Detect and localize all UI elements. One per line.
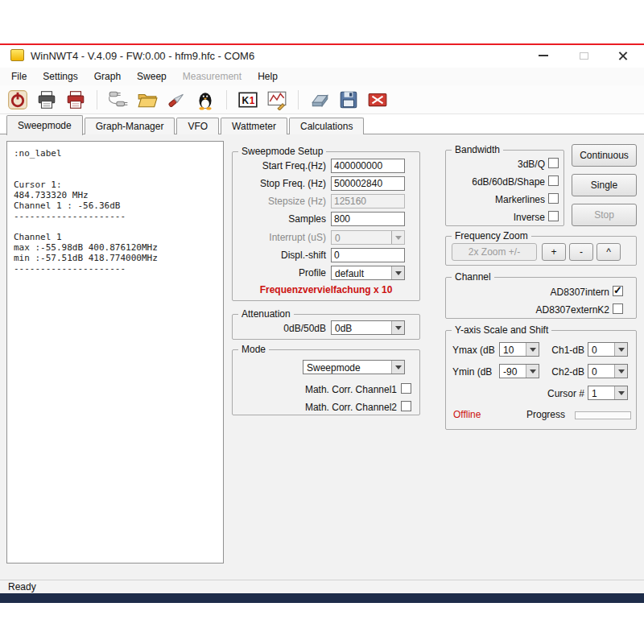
y-axis-group: Y-axis Scale and Shift Ymax (dB 10 Ch1-d…: [445, 330, 637, 430]
status-bar: Ready: [0, 580, 644, 593]
continuous-button[interactable]: Continuous: [572, 144, 637, 167]
group-title: Channel: [452, 271, 494, 283]
mode-group: Mode Sweepmode Math. Corr. Channel1 Math…: [232, 349, 420, 415]
menu-settings[interactable]: Settings: [35, 68, 85, 85]
power-icon[interactable]: [5, 88, 31, 112]
delete-box-icon[interactable]: [365, 88, 390, 112]
chevron-down-icon: [614, 386, 627, 399]
zoom-minus-button[interactable]: -: [569, 243, 593, 261]
taskbar-strip: [0, 593, 644, 603]
ad8307-intern-label: AD8307intern: [446, 287, 609, 298]
single-button[interactable]: Single: [572, 174, 637, 196]
ad8307-intern-checkbox[interactable]: [613, 286, 623, 296]
chevron-down-icon: [391, 321, 404, 334]
ymin-select[interactable]: -90: [499, 364, 539, 378]
readout-line: [14, 169, 217, 180]
bandwidth-group: Bandwidth 3dB/Q 6dB/60dB/Shape Markerlin…: [445, 150, 564, 226]
chevron-down-icon: [391, 266, 404, 279]
interrupt-label: Interrupt (uS): [236, 232, 326, 243]
attenuation-group: Attenuation 0dB/50dB 0dB: [232, 314, 420, 340]
attenuation-value: 0dB: [335, 323, 352, 334]
ymax-label: Ymax (dB: [452, 345, 495, 356]
group-title: Sweepmode Setup: [238, 146, 326, 157]
mode-select[interactable]: Sweepmode: [303, 360, 405, 374]
chevron-down-icon: [391, 231, 404, 244]
ad8307-extern-checkbox[interactable]: [613, 303, 623, 314]
k1-box-icon[interactable]: K1: [235, 88, 261, 112]
minimize-button[interactable]: [531, 47, 555, 64]
maximize-button: [572, 47, 596, 64]
profile-select[interactable]: default: [331, 266, 405, 280]
ymax-select[interactable]: 10: [499, 342, 539, 357]
progress-bar: [575, 411, 631, 419]
zoom-2x-button: 2x Zoom +/-: [452, 243, 537, 261]
frequency-zoom-group: Frequency Zoom 2x Zoom +/- + - ^: [445, 236, 637, 266]
tab-calculations[interactable]: Calculations: [289, 118, 364, 134]
group-title: Bandwidth: [452, 144, 503, 155]
ch1-db-select[interactable]: 0: [588, 342, 628, 357]
sweepmode-setup-group: Sweepmode Setup Start Freq.(Hz) 40000000…: [232, 151, 420, 301]
stop-freq-input[interactable]: 500002840: [331, 176, 405, 191]
menubar: File Settings Graph Sweep Measurement He…: [0, 68, 644, 85]
tux-penguin-icon[interactable]: [192, 88, 218, 112]
tab-wattmeter[interactable]: Wattmeter: [221, 118, 287, 134]
readout-line: min :-57.51dB 418.774000MHz: [14, 253, 217, 263]
readout-line: Cursor 1:: [14, 180, 217, 190]
zoom-plus-button[interactable]: +: [542, 243, 566, 261]
status-text: Ready: [8, 581, 36, 592]
bandwidth-6db-checkbox[interactable]: [548, 175, 559, 186]
tab-sweepmode[interactable]: Sweepmode: [6, 115, 83, 135]
displ-shift-input[interactable]: 0: [331, 248, 405, 262]
group-title: Frequency Zoom: [452, 230, 531, 242]
window-title: WinNWT4 - V.4.09 - FW:0.00 - hfm9.hfc - …: [31, 50, 254, 62]
cursor-number-select[interactable]: 1: [588, 386, 628, 400]
save-floppy-icon[interactable]: [336, 88, 361, 112]
profile-value: default: [335, 268, 364, 279]
bandwidth-3db-checkbox[interactable]: [548, 158, 559, 168]
probes-icon[interactable]: [105, 88, 131, 112]
tab-graph-manager[interactable]: Graph-Manager: [85, 118, 175, 134]
markerlines-label: Markerlines: [446, 194, 545, 205]
stop-freq-label: Stop Freq. (Hz): [236, 178, 326, 189]
channel-group: Channel AD8307intern AD8307externK2: [445, 277, 637, 319]
chevron-down-icon: [526, 365, 539, 378]
offline-status: Offline: [453, 409, 481, 420]
markerlines-checkbox[interactable]: [548, 193, 559, 204]
start-freq-input[interactable]: 400000000: [331, 159, 405, 173]
eraser-icon[interactable]: [307, 88, 332, 112]
ch1-db-value: 0: [592, 345, 597, 356]
print-icon[interactable]: [34, 88, 60, 112]
menu-help[interactable]: Help: [250, 68, 286, 85]
attenuation-label: 0dB/50dB: [236, 323, 326, 334]
math-corr-ch1-label: Math. Corr. Channel1: [233, 384, 397, 395]
close-icon: [617, 51, 628, 61]
maximize-icon: [580, 52, 588, 60]
menu-file[interactable]: File: [3, 68, 35, 85]
bandwidth-6db-label: 6dB/60dB/Shape: [446, 176, 545, 188]
toolbar-separator: [97, 90, 97, 109]
zoom-up-button[interactable]: ^: [597, 243, 621, 261]
math-corr-ch1-checkbox[interactable]: [401, 383, 411, 394]
close-button[interactable]: [610, 47, 634, 64]
folder-open-icon[interactable]: [134, 88, 160, 112]
ch2-db-select[interactable]: 0: [588, 364, 628, 378]
app-icon: [10, 49, 24, 61]
menu-sweep[interactable]: Sweep: [129, 68, 175, 85]
knife-icon[interactable]: [163, 88, 189, 112]
group-title: Y-axis Scale and Shift: [452, 324, 551, 336]
samples-label: Samples: [236, 213, 326, 225]
print-color-icon[interactable]: [63, 88, 89, 112]
group-title: Attenuation: [238, 308, 294, 320]
ymax-value: 10: [503, 345, 514, 356]
math-corr-ch2-checkbox[interactable]: [401, 401, 411, 411]
tab-vfo[interactable]: VFO: [176, 118, 219, 134]
readout-line: ---------------------: [14, 211, 217, 221]
samples-input[interactable]: 800: [331, 212, 405, 226]
mode-value: Sweepmode: [307, 362, 361, 374]
readout-line: 484.733320 MHz: [14, 190, 217, 200]
attenuation-select[interactable]: 0dB: [331, 320, 405, 335]
inverse-checkbox[interactable]: [548, 211, 559, 221]
cursor-number-value: 1: [592, 388, 597, 399]
diagram-pen-icon[interactable]: [264, 88, 290, 112]
menu-graph[interactable]: Graph: [86, 68, 129, 85]
